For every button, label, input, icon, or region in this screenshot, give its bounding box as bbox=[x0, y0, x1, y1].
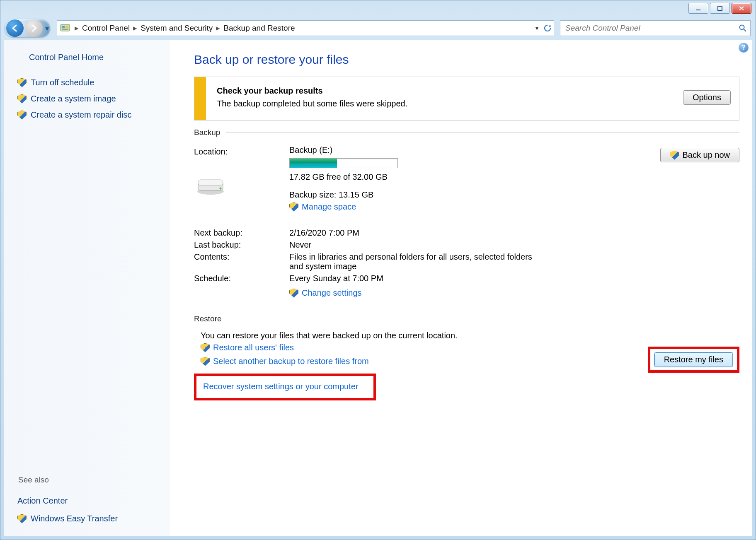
address-dropdown-icon[interactable]: ▾ bbox=[535, 25, 539, 31]
shield-icon bbox=[17, 94, 27, 104]
hard-drive-icon bbox=[196, 176, 225, 195]
disk-free-text: 17.82 GB free of 32.00 GB bbox=[289, 172, 739, 182]
page-title: Back up or restore your files bbox=[194, 53, 739, 67]
notice-title: Check your backup results bbox=[217, 86, 323, 95]
svg-point-6 bbox=[740, 25, 744, 29]
shield-icon bbox=[289, 289, 298, 298]
restore-section-header: Restore bbox=[194, 314, 739, 323]
sidebar-item-label: Turn off schedule bbox=[31, 78, 94, 87]
breadcrumb-separator-icon: ▸ bbox=[213, 23, 223, 33]
refresh-button[interactable] bbox=[543, 24, 552, 33]
sidebar-item-create-repair-disc[interactable]: Create a system repair disc bbox=[17, 110, 162, 120]
see-also-easy-transfer[interactable]: Windows Easy Transfer bbox=[17, 514, 162, 523]
shield-icon bbox=[17, 78, 27, 87]
shield-icon bbox=[289, 202, 298, 212]
breadcrumb-separator-icon: ▸ bbox=[131, 23, 140, 33]
contents-label: Contents: bbox=[194, 252, 289, 262]
sidebar-item-turn-off-schedule[interactable]: Turn off schedule bbox=[17, 78, 162, 87]
help-icon[interactable]: ? bbox=[739, 43, 749, 53]
backup-size-text: Backup size: 13.15 GB bbox=[289, 190, 739, 200]
search-icon[interactable] bbox=[739, 24, 747, 32]
nav-buttons: ▾ bbox=[5, 18, 54, 38]
next-backup-label: Next backup: bbox=[194, 228, 289, 238]
shield-icon bbox=[17, 514, 27, 523]
svg-rect-3 bbox=[62, 26, 65, 28]
svg-rect-4 bbox=[65, 26, 68, 28]
schedule-value: Every Sunday at 7:00 PM bbox=[289, 274, 739, 283]
schedule-label: Schedule: bbox=[194, 274, 289, 283]
manage-space-link[interactable]: Manage space bbox=[289, 202, 739, 212]
forward-button[interactable] bbox=[25, 19, 43, 37]
last-backup-label: Last backup: bbox=[194, 240, 289, 250]
breadcrumb-backup-restore: Backup and Restore bbox=[223, 24, 296, 33]
notice-body: The backup completed but some files were… bbox=[217, 99, 683, 108]
sidebar-item-label: Create a system repair disc bbox=[31, 110, 131, 120]
sidebar: Control Panel Home Turn off schedule Cre… bbox=[4, 40, 170, 536]
minimize-button[interactable] bbox=[688, 3, 708, 14]
change-settings-link[interactable]: Change settings bbox=[289, 288, 739, 298]
nav-toolbar: ▾ ▸ Control Panel ▸ System and Security … bbox=[0, 16, 756, 40]
main-content: ? Back up or restore your files Check yo… bbox=[170, 40, 752, 536]
svg-point-10 bbox=[220, 188, 222, 190]
breadcrumb-system-security[interactable]: System and Security bbox=[140, 24, 213, 33]
restore-my-files-button[interactable]: Restore my files bbox=[654, 352, 733, 367]
contents-value: Files in libraries and personal folders … bbox=[289, 252, 546, 271]
next-backup-value: 2/16/2020 7:00 PM bbox=[289, 228, 739, 238]
shield-icon bbox=[201, 357, 210, 366]
location-label: Location: bbox=[194, 147, 289, 157]
shield-icon bbox=[17, 111, 27, 120]
control-panel-home-link[interactable]: Control Panel Home bbox=[29, 53, 162, 62]
shield-icon bbox=[201, 343, 210, 352]
maximize-button[interactable] bbox=[710, 3, 730, 14]
search-box[interactable] bbox=[560, 20, 751, 36]
restore-description: You can restore your files that were bac… bbox=[201, 331, 739, 340]
notice-panel: Check your backup results The backup com… bbox=[194, 77, 739, 121]
svg-rect-1 bbox=[718, 6, 722, 10]
recover-system-settings-link[interactable]: Recover system settings or your computer bbox=[203, 382, 359, 391]
sidebar-item-label: Create a system image bbox=[31, 94, 116, 104]
breadcrumb-separator-icon: ▸ bbox=[72, 23, 81, 33]
close-button[interactable] bbox=[732, 3, 751, 14]
control-panel-icon bbox=[60, 23, 70, 34]
svg-rect-0 bbox=[696, 10, 700, 10]
see-also-action-center[interactable]: Action Center bbox=[17, 496, 162, 506]
titlebar bbox=[0, 0, 756, 16]
window-frame: ▾ ▸ Control Panel ▸ System and Security … bbox=[0, 0, 756, 540]
svg-rect-5 bbox=[62, 29, 68, 30]
options-button[interactable]: Options bbox=[683, 90, 731, 105]
restore-button-highlight: Restore my files bbox=[648, 347, 739, 373]
see-also-label: See also bbox=[18, 475, 162, 485]
warning-stripe bbox=[194, 77, 206, 120]
address-bar[interactable]: ▸ Control Panel ▸ System and Security ▸ … bbox=[57, 20, 554, 36]
content-frame: Control Panel Home Turn off schedule Cre… bbox=[4, 40, 752, 536]
backup-section-header: Backup bbox=[194, 128, 739, 137]
search-input[interactable] bbox=[565, 23, 739, 33]
shield-icon bbox=[670, 151, 679, 160]
disk-usage-bar bbox=[289, 158, 398, 168]
back-up-now-button[interactable]: Back up now bbox=[660, 148, 739, 162]
recover-link-highlight: Recover system settings or your computer bbox=[194, 374, 376, 400]
sidebar-item-create-system-image[interactable]: Create a system image bbox=[17, 94, 162, 104]
history-dropdown-icon[interactable]: ▾ bbox=[45, 24, 49, 33]
back-button[interactable] bbox=[6, 19, 24, 37]
breadcrumb-control-panel[interactable]: Control Panel bbox=[81, 24, 131, 33]
last-backup-value: Never bbox=[289, 240, 739, 250]
svg-rect-9 bbox=[198, 180, 223, 186]
